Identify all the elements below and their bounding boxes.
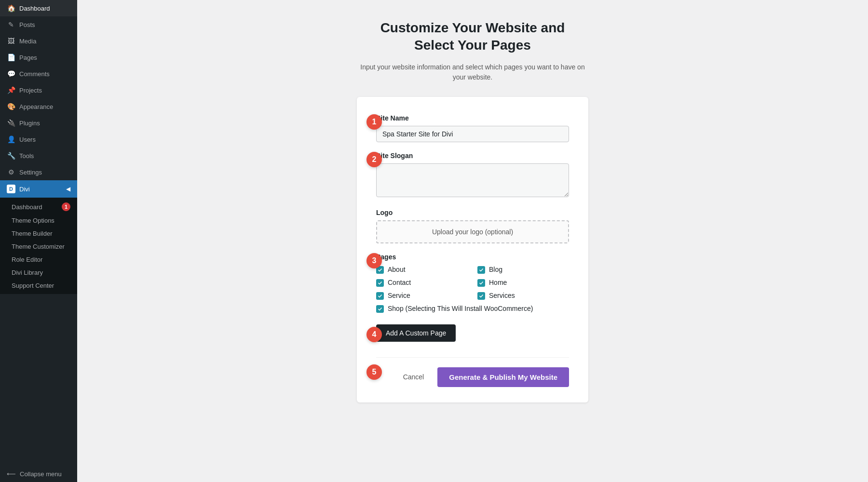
sidebar-item-pages-label: Pages bbox=[19, 54, 37, 61]
sidebar-item-media-label: Media bbox=[19, 38, 36, 45]
sidebar-item-tools[interactable]: 🔧 Tools bbox=[0, 147, 77, 164]
divi-theme-builder[interactable]: Theme Builder bbox=[0, 227, 77, 240]
page-shop[interactable]: Shop (Selecting This Will Install WooCom… bbox=[376, 305, 569, 313]
sidebar-item-plugins-label: Plugins bbox=[19, 120, 40, 127]
projects-icon: 📌 bbox=[7, 86, 15, 94]
sidebar-item-tools-label: Tools bbox=[19, 152, 34, 160]
sidebar-item-projects-label: Projects bbox=[19, 87, 42, 94]
sidebar-item-posts[interactable]: ✎ Posts bbox=[0, 16, 77, 33]
sidebar-item-settings[interactable]: ⚙ Settings bbox=[0, 164, 77, 180]
divi-library[interactable]: Divi Library bbox=[0, 266, 77, 279]
form-card: 1 Site Name 2 Site Slogan Logo Upload yo… bbox=[357, 97, 588, 402]
pages-label: Pages bbox=[376, 253, 569, 261]
page-service[interactable]: Service bbox=[376, 292, 468, 300]
pages-icon: 📄 bbox=[7, 54, 15, 61]
shop-label: Shop (Selecting This Will Install WooCom… bbox=[388, 305, 533, 312]
pages-section: 3 Pages About Blog bbox=[376, 253, 569, 313]
logo-section: Logo Upload your logo (optional) bbox=[376, 209, 569, 243]
comments-icon: 💬 bbox=[7, 70, 15, 78]
dashboard-icon: 🏠 bbox=[7, 4, 15, 12]
divi-label: Divi bbox=[19, 186, 30, 193]
media-icon: 🖼 bbox=[7, 37, 15, 45]
divi-dashboard-row: Dashboard 1 bbox=[0, 200, 77, 214]
logo-label: Logo bbox=[376, 209, 569, 216]
users-icon: 👤 bbox=[7, 135, 15, 143]
main-content: Customize Your Website and Select Your P… bbox=[77, 0, 868, 482]
service-check bbox=[376, 292, 384, 300]
sidebar: 🏠 Dashboard ✎ Posts 🖼 Media 📄 Pages 💬 Co… bbox=[0, 0, 77, 482]
site-slogan-textarea[interactable] bbox=[376, 163, 569, 197]
page-blog[interactable]: Blog bbox=[477, 266, 569, 274]
sidebar-item-pages[interactable]: 📄 Pages bbox=[0, 49, 77, 66]
service-label: Service bbox=[388, 292, 410, 299]
card-footer: Cancel Generate & Publish My Website 5 bbox=[376, 357, 569, 387]
sidebar-item-appearance[interactable]: 🎨 Appearance bbox=[0, 98, 77, 115]
sidebar-item-settings-label: Settings bbox=[19, 169, 42, 176]
blog-label: Blog bbox=[489, 266, 502, 273]
sidebar-item-users-label: Users bbox=[19, 136, 36, 143]
step-badge-4: 4 bbox=[366, 327, 382, 342]
posts-icon: ✎ bbox=[7, 21, 15, 28]
divi-arrow: ◀ bbox=[66, 186, 70, 192]
sidebar-item-media[interactable]: 🖼 Media bbox=[0, 33, 77, 49]
page-title: Customize Your Website and Select Your P… bbox=[380, 19, 565, 54]
plugins-icon: 🔌 bbox=[7, 119, 15, 127]
site-name-group: 1 Site Name bbox=[376, 114, 569, 152]
about-label: About bbox=[388, 266, 406, 273]
page-home[interactable]: Home bbox=[477, 279, 569, 287]
divi-theme-customizer[interactable]: Theme Customizer bbox=[0, 240, 77, 253]
blog-check bbox=[477, 266, 485, 274]
site-name-label: Site Name bbox=[376, 114, 569, 122]
contact-label: Contact bbox=[388, 279, 411, 286]
divi-submenu: Dashboard 1 Theme Options Theme Builder … bbox=[0, 198, 77, 294]
shop-check bbox=[376, 305, 384, 313]
sidebar-item-comments[interactable]: 💬 Comments bbox=[0, 66, 77, 82]
sidebar-item-projects[interactable]: 📌 Projects bbox=[0, 82, 77, 98]
page-services[interactable]: Services bbox=[477, 292, 569, 300]
divi-dashboard-badge: 1 bbox=[62, 202, 70, 211]
collapse-label: Collapse menu bbox=[20, 470, 62, 478]
divi-icon: D bbox=[7, 185, 15, 193]
step-badge-5: 5 bbox=[366, 364, 382, 380]
collapse-menu[interactable]: ⟵ Collapse menu bbox=[0, 466, 77, 482]
services-check bbox=[477, 292, 485, 300]
sidebar-item-plugins[interactable]: 🔌 Plugins bbox=[0, 115, 77, 131]
site-slogan-group: 2 Site Slogan bbox=[376, 152, 569, 209]
publish-button[interactable]: Generate & Publish My Website bbox=[437, 367, 569, 387]
divi-dashboard-link[interactable]: Dashboard bbox=[12, 203, 42, 211]
sidebar-item-dashboard[interactable]: 🏠 Dashboard bbox=[0, 0, 77, 16]
add-custom-page-button[interactable]: Add A Custom Page bbox=[376, 324, 456, 342]
divi-theme-options[interactable]: Theme Options bbox=[0, 214, 77, 227]
add-custom-section: 4 Add A Custom Page bbox=[376, 324, 569, 353]
logo-upload-text: Upload your logo (optional) bbox=[432, 228, 513, 236]
step-badge-1: 1 bbox=[366, 114, 382, 130]
collapse-icon: ⟵ bbox=[7, 470, 16, 478]
sidebar-item-comments-label: Comments bbox=[19, 70, 50, 78]
settings-icon: ⚙ bbox=[7, 168, 15, 176]
step-badge-3: 3 bbox=[366, 253, 382, 268]
sidebar-item-divi[interactable]: D Divi ◀ bbox=[0, 180, 77, 198]
home-label: Home bbox=[489, 279, 507, 286]
tools-icon: 🔧 bbox=[7, 152, 15, 160]
logo-upload-area[interactable]: Upload your logo (optional) bbox=[376, 220, 569, 243]
home-check bbox=[477, 279, 485, 287]
sidebar-item-dashboard-label: Dashboard bbox=[19, 5, 50, 12]
divi-support-center[interactable]: Support Center bbox=[0, 279, 77, 292]
sidebar-item-posts-label: Posts bbox=[19, 21, 35, 28]
services-label: Services bbox=[489, 292, 515, 299]
sidebar-item-users[interactable]: 👤 Users bbox=[0, 131, 77, 147]
site-name-input[interactable] bbox=[376, 126, 569, 142]
step-badge-2: 2 bbox=[366, 152, 382, 167]
page-about[interactable]: About bbox=[376, 266, 468, 274]
site-slogan-label: Site Slogan bbox=[376, 152, 569, 160]
sidebar-item-appearance-label: Appearance bbox=[19, 103, 53, 110]
page-subtitle: Input your website information and selec… bbox=[357, 62, 588, 82]
divi-role-editor[interactable]: Role Editor bbox=[0, 253, 77, 266]
appearance-icon: 🎨 bbox=[7, 103, 15, 110]
pages-grid: About Blog Contact bbox=[376, 266, 569, 313]
page-contact[interactable]: Contact bbox=[376, 279, 468, 287]
cancel-button[interactable]: Cancel bbox=[397, 369, 430, 385]
contact-check bbox=[376, 279, 384, 287]
